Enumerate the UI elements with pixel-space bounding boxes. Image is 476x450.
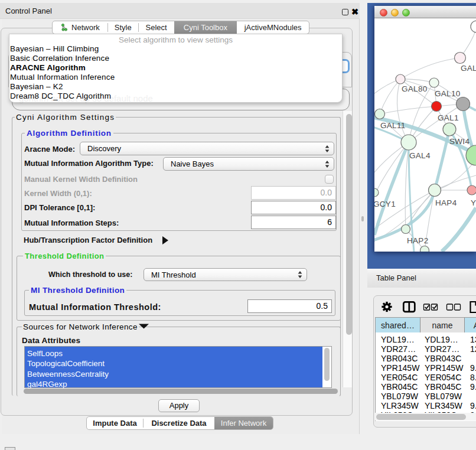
svg-text:GAL11: GAL11	[380, 121, 406, 130]
svg-text:GAL1: GAL1	[438, 113, 459, 122]
svg-text:HAP4: HAP4	[435, 198, 457, 207]
svg-text:GCY1: GCY1	[374, 200, 396, 208]
svg-text:GAL2: GAL2	[461, 64, 476, 73]
svg-text:GAL80: GAL80	[402, 84, 428, 93]
svg-text:SWI4: SWI4	[449, 137, 470, 146]
svg-text:HAP2: HAP2	[407, 236, 428, 245]
svg-text:GAL4: GAL4	[409, 151, 431, 160]
svg-text:GAL10: GAL10	[435, 89, 461, 98]
svg-text:Y: Y	[471, 198, 476, 207]
